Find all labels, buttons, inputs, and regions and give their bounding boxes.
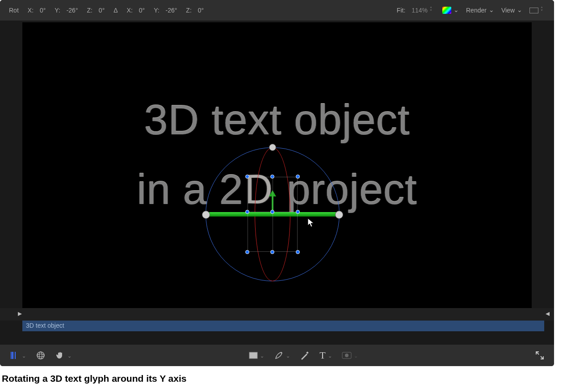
bbox-handle[interactable]: [296, 175, 300, 179]
clip-name-label: 3D text object: [26, 322, 64, 329]
bbox-handle[interactable]: [270, 175, 274, 179]
glyph-bounding-box[interactable]: [248, 177, 298, 252]
hud-delta-x[interactable]: X: 0°: [127, 7, 145, 14]
svg-rect-6: [249, 352, 257, 359]
figure-caption: Rotating a 3D text glyph around its Y ax…: [0, 373, 186, 384]
canvas-view-controls: Fit: 114% ˄˅ Render View ˄˅: [397, 7, 545, 14]
svg-rect-2: [15, 352, 16, 359]
transform-glyph-tool[interactable]: ⌄: [10, 350, 26, 360]
svg-point-4: [37, 354, 44, 357]
hud-rot-y[interactable]: Y: -26°: [55, 7, 78, 14]
rectangle-icon: [529, 8, 538, 13]
mini-timeline-clip[interactable]: 3D text object: [22, 321, 544, 331]
chevron-down-icon: ⌄: [328, 353, 332, 359]
transform-glyph-icon: [10, 350, 20, 360]
bbox-handle[interactable]: [245, 250, 249, 254]
bbox-handle[interactable]: [270, 250, 274, 254]
mini-timeline-ruler[interactable]: ▸ ◂: [0, 308, 554, 321]
text-t-icon: T: [319, 350, 325, 361]
canvas-bottom-toolbar: ⌄ ⌄ ⌄: [0, 345, 554, 366]
render-menu[interactable]: Render: [466, 7, 493, 14]
stepper-icon: ˄˅: [430, 8, 434, 13]
hud-rot-z[interactable]: Z: 0°: [87, 7, 105, 14]
stepper-icon: ˄˅: [541, 8, 545, 13]
3d-sphere-icon: [36, 350, 46, 360]
zoom-fit-control[interactable]: Fit: 114% ˄˅: [397, 7, 434, 14]
pan-tool[interactable]: ⌄: [55, 350, 71, 360]
chevron-down-icon: [454, 8, 458, 13]
motion-canvas-panel: Rot X: 0° Y: -26° Z: 0° Δ X: 0° Y: -26° …: [0, 0, 554, 366]
expand-icon: [535, 351, 544, 360]
svg-point-3: [37, 352, 44, 359]
chevron-down-icon: ⌄: [22, 353, 26, 359]
chevron-down-icon: ⌄: [286, 353, 290, 359]
shape-tool[interactable]: ⌄: [249, 352, 264, 359]
bbox-handle[interactable]: [270, 210, 274, 214]
bbox-handle[interactable]: [296, 210, 300, 214]
svg-point-5: [39, 352, 42, 359]
pen-tool[interactable]: ⌄: [274, 350, 290, 360]
svg-point-10: [345, 354, 349, 357]
svg-point-7: [281, 352, 282, 354]
canvas-viewport[interactable]: 3D text object in a 2D project: [0, 21, 554, 317]
in-point-marker-icon[interactable]: ▸: [18, 309, 22, 318]
chevron-down-icon: ⌄: [354, 353, 358, 359]
hand-icon: [55, 350, 65, 360]
mask-icon: [342, 352, 352, 359]
mask-tool[interactable]: ⌄: [342, 352, 358, 359]
viewport-layout-menu[interactable]: ˄˅: [529, 8, 545, 13]
pen-icon: [274, 350, 284, 360]
rendered-frame: 3D text object in a 2D project: [22, 22, 532, 308]
bbox-handle[interactable]: [245, 175, 249, 179]
out-point-marker-icon[interactable]: ◂: [546, 309, 550, 318]
hud-delta-z[interactable]: Z: 0°: [186, 7, 204, 14]
chevron-down-icon: ⌄: [67, 353, 71, 359]
canvas-top-bar: Rot X: 0° Y: -26° Z: 0° Δ X: 0° Y: -26° …: [0, 0, 554, 21]
paint-stroke-tool[interactable]: [300, 350, 310, 360]
brush-icon: [300, 350, 310, 360]
hud-rotation-readout: Rot X: 0° Y: -26° Z: 0° Δ X: 0° Y: -26° …: [9, 7, 204, 14]
hud-delta-y[interactable]: Y: -26°: [154, 7, 177, 14]
svg-rect-0: [12, 352, 13, 359]
chevron-down-icon: [489, 8, 493, 13]
view-menu[interactable]: View: [501, 7, 521, 14]
color-channel-control[interactable]: [442, 7, 458, 14]
text-tool[interactable]: T ⌄: [319, 350, 332, 361]
chevron-down-icon: [517, 8, 521, 13]
hud-delta-label: Δ: [113, 7, 118, 14]
3d-transform-tool[interactable]: [36, 350, 46, 360]
bbox-handle[interactable]: [296, 250, 300, 254]
expand-canvas-button[interactable]: [535, 351, 544, 360]
svg-rect-1: [11, 352, 12, 359]
svg-rect-8: [306, 351, 309, 354]
canvas-text-line-1[interactable]: 3D text object: [144, 96, 410, 144]
hud-rot-x[interactable]: X: 0°: [28, 7, 46, 14]
rainbow-swatch-icon: [442, 7, 451, 14]
bbox-handle[interactable]: [245, 210, 249, 214]
rectangle-icon: [249, 352, 258, 359]
chevron-down-icon: ⌄: [260, 353, 264, 359]
top-rotation-handle[interactable]: [269, 144, 276, 151]
hud-rot-label: Rot: [9, 7, 19, 14]
